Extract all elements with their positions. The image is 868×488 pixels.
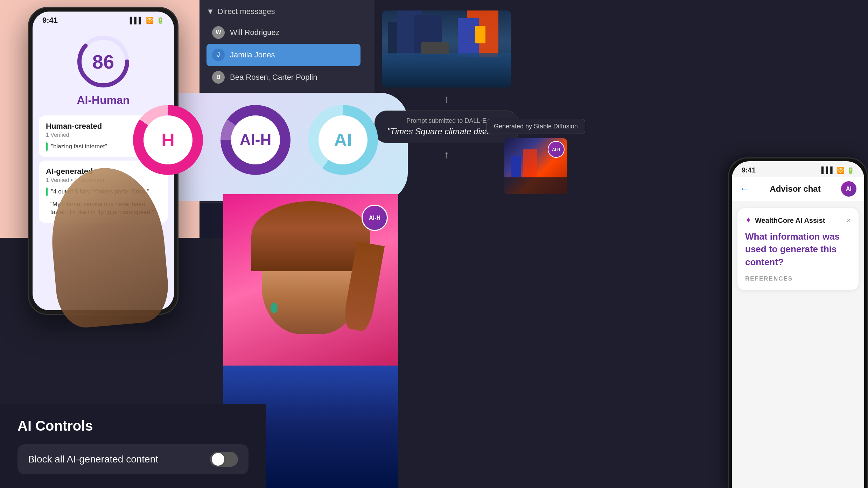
ai-assist-header: ✦ WealthCore AI Assist × <box>745 216 851 225</box>
status-icons-right: ▌▌▌ 🛜 🔋 <box>821 167 854 174</box>
close-button[interactable]: × <box>846 216 851 225</box>
phone-right-screen: 9:41 ▌▌▌ 🛜 🔋 ← Advisor chat AI ✦ WealthC… <box>732 161 864 488</box>
woman-earring <box>271 303 278 313</box>
dm-name-jamila: Jamila Jones <box>230 50 275 59</box>
sd-water <box>504 177 567 194</box>
aih-icon-inner: AI-H <box>231 115 280 164</box>
chat-message-box: ✦ WealthCore AI Assist × What informatio… <box>737 208 859 290</box>
score-circle: 86 <box>75 34 131 90</box>
human-quote-text: "blazing fast internet" <box>51 142 107 151</box>
wifi-icon: 🛜 <box>146 16 154 24</box>
ai-type-icons-row: H AI-H AI <box>133 105 378 175</box>
sd-badge: AI-H <box>548 141 565 158</box>
sd-building-2 <box>523 149 537 177</box>
dm-name-will: Will Rodriguez <box>230 28 280 37</box>
status-time-right: 9:41 <box>742 166 756 174</box>
dalle-image <box>382 10 511 87</box>
flood-scene <box>382 10 511 87</box>
ai-assist-name: WealthCore AI Assist <box>755 217 825 225</box>
woman-head <box>262 215 360 334</box>
woman-aih-badge: AI-H <box>362 205 388 231</box>
back-button[interactable]: ← <box>740 183 749 195</box>
woman-hair <box>251 201 370 271</box>
status-icons-left: ▌▌▌ 🛜 🔋 <box>130 16 164 24</box>
ai-icon-circle: AI <box>308 105 378 175</box>
sd-label: Generated by Stable Diffusion <box>486 119 585 134</box>
chat-title: Advisor chat <box>755 184 836 194</box>
dm-avatar-will: W <box>212 26 225 39</box>
dm-title: Direct messages <box>218 7 275 16</box>
wifi-right-icon: 🛜 <box>837 167 845 174</box>
green-bar-2 <box>46 188 48 196</box>
dm-avatar-bea: B <box>212 71 225 84</box>
score-number: 86 <box>92 50 114 73</box>
status-time-left: 9:41 <box>42 16 58 25</box>
dm-item-will[interactable]: W Will Rodriguez <box>206 21 360 44</box>
toggle-knob <box>212 453 224 466</box>
status-bar-left: 9:41 ▌▌▌ 🛜 🔋 <box>33 12 174 27</box>
dm-avatar-jamila: J <box>212 49 225 61</box>
toggle-label: Block all AI-generated content <box>28 454 158 465</box>
chat-question: What information was used to generate th… <box>745 230 851 268</box>
green-bar <box>46 142 48 151</box>
references-label: REFERENCES <box>745 275 851 282</box>
ai-icon-inner: AI <box>318 115 368 164</box>
arrow-up-stable: ↑ <box>444 149 449 160</box>
aih-icon-label: AI-H <box>240 131 271 149</box>
dm-header: ▼ Direct messages <box>206 7 360 16</box>
ai-icon-label: AI <box>334 129 352 150</box>
car <box>421 42 449 54</box>
sd-building-1 <box>511 156 521 177</box>
phone-right: 9:41 ▌▌▌ 🛜 🔋 ← Advisor chat AI ✦ WealthC… <box>728 157 868 488</box>
human-icon-inner: H <box>144 115 192 164</box>
human-icon-circle: H <box>133 105 203 175</box>
signal-icon: ▌▌▌ <box>130 17 143 24</box>
score-section: 86 AI-Human <box>33 27 174 112</box>
human-icon-label: H <box>161 129 175 150</box>
sparkle-icon: ✦ <box>745 216 751 225</box>
aih-icon-circle: AI-H <box>220 105 290 175</box>
flood-water <box>382 53 511 87</box>
dm-name-bea: Bea Rosen, Carter Poplin <box>230 73 317 82</box>
score-label: AI-Human <box>77 94 130 107</box>
sign <box>475 26 485 43</box>
dm-panel: ▼ Direct messages W Will Rodriguez J Jam… <box>200 0 368 70</box>
signal-right-icon: ▌▌▌ <box>821 167 835 174</box>
ai-controls-title: AI Controls <box>18 418 248 434</box>
sd-thumbnail: AI-H <box>504 138 567 194</box>
chat-advisor-avatar: AI <box>841 181 856 197</box>
stable-diffusion-section: Generated by Stable Diffusion AI-H <box>486 119 585 194</box>
arrow-up-dalle: ↑ <box>444 94 449 104</box>
chat-header: ← Advisor chat AI <box>732 177 864 201</box>
dm-item-jamila[interactable]: J Jamila Jones <box>206 44 360 66</box>
ai-controls-section: AI Controls Block all AI-generated conte… <box>0 404 266 488</box>
status-bar-right: 9:41 ▌▌▌ 🛜 🔋 <box>732 161 864 177</box>
toggle-switch[interactable] <box>210 452 238 467</box>
battery-icon: 🔋 <box>156 16 164 24</box>
dm-item-bea[interactable]: B Bea Rosen, Carter Poplin <box>206 66 360 89</box>
toggle-row[interactable]: Block all AI-generated content <box>18 444 248 474</box>
battery-right-icon: 🔋 <box>847 167 854 174</box>
collapse-icon[interactable]: ▼ <box>206 7 214 16</box>
